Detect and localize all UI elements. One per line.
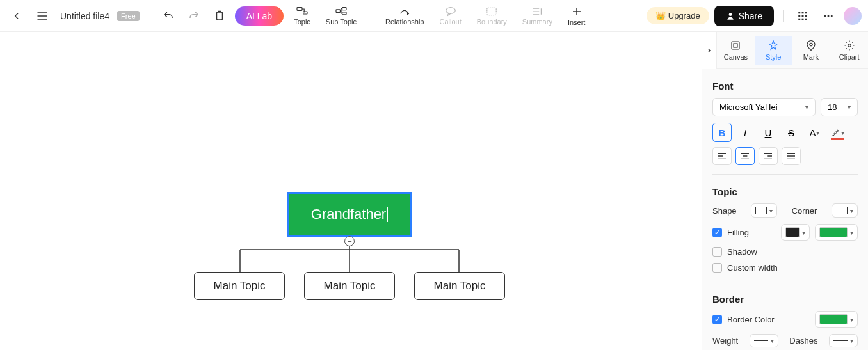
- svg-point-19: [828, 15, 830, 17]
- custom-width-label: Custom width: [727, 263, 778, 273]
- back-button[interactable]: [6, 6, 27, 26]
- font-size-select[interactable]: 18▾: [821, 98, 858, 116]
- topic-section: Topic Shape ▾ Corner ▾ Filling ▾ ▾ Shado…: [712, 174, 858, 273]
- style-panel: Font Microsoft YaHei▾ 18▾ B I U S A▾ ▾: [702, 69, 868, 350]
- svg-rect-3: [336, 9, 340, 12]
- relationship-tool[interactable]: Relationship: [380, 6, 430, 26]
- svg-rect-17: [805, 18, 807, 20]
- fill-color-2[interactable]: ▾: [815, 224, 858, 241]
- border-title: Border: [712, 294, 858, 305]
- divider: [783, 10, 784, 22]
- svg-rect-10: [802, 12, 804, 13]
- corner-select[interactable]: ▾: [832, 203, 858, 218]
- file-name[interactable]: Untitled file4: [60, 11, 109, 21]
- callout-tool: Callout: [435, 6, 467, 26]
- align-left-button[interactable]: [712, 147, 732, 165]
- svg-rect-16: [802, 18, 804, 20]
- svg-point-20: [831, 15, 833, 17]
- child-node[interactable]: Main Topic: [304, 272, 395, 300]
- align-right-button[interactable]: [759, 147, 778, 165]
- undo-button[interactable]: [158, 6, 179, 26]
- child-node[interactable]: Main Topic: [194, 272, 285, 300]
- corner-label: Corner: [792, 206, 817, 216]
- dashes-label: Dashes: [789, 336, 817, 346]
- crown-icon: 👑: [655, 11, 666, 20]
- svg-rect-14: [805, 15, 807, 17]
- weight-select[interactable]: ▾: [750, 334, 778, 347]
- align-justify-button[interactable]: [782, 147, 801, 165]
- filling-checkbox[interactable]: [712, 228, 722, 237]
- custom-width-checkbox[interactable]: [712, 263, 722, 273]
- filling-label: Filling: [727, 228, 749, 237]
- canvas-tab[interactable]: Canvas: [717, 36, 755, 65]
- shadow-checkbox[interactable]: [712, 247, 722, 257]
- italic-button[interactable]: I: [735, 123, 755, 142]
- svg-rect-5: [342, 12, 346, 14]
- text-cursor: [387, 207, 388, 222]
- font-title: Font: [712, 81, 858, 91]
- border-color-label: Border Color: [727, 315, 775, 324]
- svg-rect-0: [216, 12, 222, 20]
- bold-button[interactable]: B: [712, 123, 732, 142]
- ai-lab-button[interactable]: AI Lab: [235, 6, 284, 26]
- summary-tool: Summary: [517, 6, 558, 26]
- free-badge: Free: [117, 11, 140, 21]
- svg-rect-12: [798, 15, 800, 17]
- panel-tabs: Canvas Style Mark Clipart: [702, 32, 868, 69]
- text-color-button[interactable]: A▾: [805, 123, 824, 142]
- collapse-handle[interactable]: −: [344, 236, 355, 246]
- dashes-select[interactable]: ▾: [829, 334, 858, 347]
- collapse-panel-button[interactable]: [702, 32, 717, 69]
- svg-rect-28: [734, 44, 737, 47]
- align-center-button[interactable]: [735, 147, 755, 165]
- svg-point-6: [446, 7, 454, 13]
- style-tab[interactable]: Style: [755, 36, 792, 65]
- shadow-label: Shadow: [727, 247, 757, 257]
- subtopic-tool[interactable]: Sub Topic: [321, 6, 362, 26]
- divider: [371, 10, 371, 22]
- more-button[interactable]: [818, 6, 839, 26]
- apps-button[interactable]: [792, 6, 813, 26]
- child-node[interactable]: Main Topic: [414, 272, 505, 300]
- root-node[interactable]: Grandfather: [287, 192, 412, 237]
- svg-rect-1: [297, 7, 302, 10]
- topic-title: Topic: [712, 186, 858, 197]
- font-family-select[interactable]: Microsoft YaHei▾: [712, 98, 816, 116]
- svg-rect-4: [342, 7, 346, 10]
- fill-color-1[interactable]: ▾: [781, 224, 810, 241]
- border-color-select[interactable]: ▾: [815, 311, 858, 328]
- svg-point-29: [810, 43, 813, 46]
- underline-button[interactable]: U: [759, 123, 778, 142]
- svg-point-8: [728, 13, 732, 16]
- svg-rect-2: [303, 12, 307, 14]
- insert-tool[interactable]: Insert: [563, 6, 591, 26]
- svg-rect-11: [805, 12, 807, 13]
- upgrade-button[interactable]: 👑 Upgrade: [647, 7, 709, 24]
- redo-button[interactable]: [184, 6, 204, 26]
- top-toolbar: Untitled file4 Free AI Lab Topic Sub Top…: [0, 0, 868, 32]
- menu-button[interactable]: [32, 6, 52, 26]
- svg-point-30: [848, 44, 851, 47]
- chevron-down-icon: ▾: [848, 104, 851, 111]
- clipart-tab[interactable]: Clipart: [830, 36, 868, 65]
- svg-rect-13: [802, 15, 804, 17]
- border-section: Border Border Color ▾ Weight ▾ Dashes ▾: [712, 282, 858, 347]
- font-section: Font Microsoft YaHei▾ 18▾ B I U S A▾ ▾: [712, 81, 858, 165]
- share-button[interactable]: Share: [714, 6, 774, 26]
- strikethrough-button[interactable]: S: [782, 123, 801, 142]
- boundary-tool: Boundary: [472, 6, 512, 26]
- svg-rect-15: [798, 18, 800, 20]
- topic-tool[interactable]: Topic: [289, 6, 316, 26]
- svg-rect-9: [798, 12, 800, 13]
- border-color-checkbox[interactable]: [712, 315, 722, 324]
- svg-rect-7: [487, 8, 496, 15]
- shape-label: Shape: [712, 206, 737, 216]
- clipboard-button[interactable]: [209, 6, 230, 26]
- weight-label: Weight: [712, 336, 738, 346]
- canvas[interactable]: Grandfather − Main Topic Main Topic Main…: [0, 32, 702, 350]
- highlight-button[interactable]: ▾: [828, 123, 847, 142]
- mark-tab[interactable]: Mark: [792, 36, 830, 65]
- chevron-down-icon: ▾: [805, 104, 808, 111]
- avatar[interactable]: [844, 7, 862, 25]
- shape-select[interactable]: ▾: [751, 203, 777, 218]
